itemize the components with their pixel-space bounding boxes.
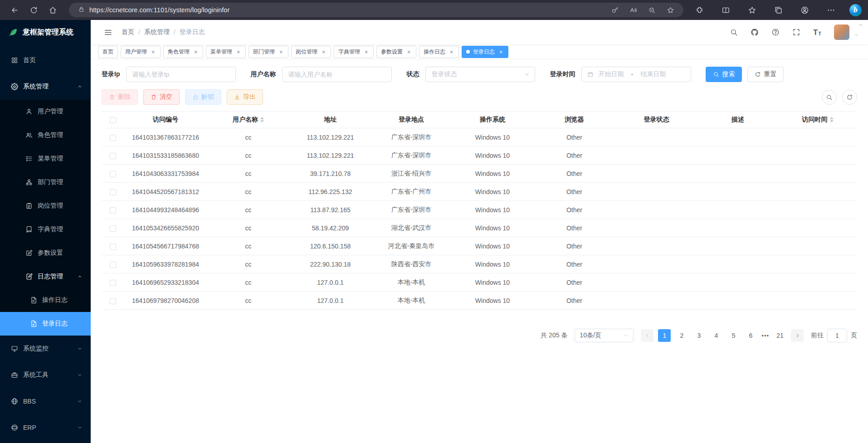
login-ip-input[interactable] <box>126 67 236 82</box>
tab-user-mgmt[interactable]: 用户管理× <box>121 46 161 58</box>
sidebar-item-operation-log[interactable]: 操作日志 <box>0 288 91 312</box>
row-checkbox[interactable] <box>110 207 116 214</box>
user-name-input[interactable] <box>282 67 392 82</box>
sort-icon[interactable] <box>830 117 834 122</box>
user-avatar[interactable] <box>834 24 849 40</box>
sidebar-item-log-mgmt[interactable]: 日志管理 <box>0 265 91 288</box>
fullscreen-button[interactable] <box>792 28 800 36</box>
sidebar-item-system-tools[interactable]: 系统工具 <box>0 362 91 388</box>
github-link-button[interactable] <box>751 28 759 36</box>
sidebar-item-menu-mgmt[interactable]: 菜单管理 <box>0 147 91 170</box>
browser-back-button[interactable] <box>6 2 23 18</box>
table-refresh-button[interactable] <box>842 90 857 105</box>
status-select[interactable]: 登录状态 <box>425 67 535 82</box>
breadcrumb-system-mgmt[interactable]: 系统管理 <box>144 28 170 36</box>
password-key-icon[interactable] <box>611 6 619 14</box>
tab-dept-mgmt[interactable]: 部门管理× <box>249 46 288 58</box>
sidebar-item-home[interactable]: 首页 <box>0 47 91 73</box>
browser-refresh-button[interactable] <box>25 2 42 18</box>
tab-close-icon[interactable]: × <box>150 49 156 55</box>
reset-button[interactable]: 重置 <box>747 67 784 82</box>
col-visit-time[interactable]: 访问时间 <box>778 112 857 128</box>
tab-close-icon[interactable]: × <box>363 49 369 55</box>
tab-close-icon[interactable]: × <box>498 49 504 55</box>
clear-button[interactable]: 清空 <box>143 89 180 105</box>
table-search-toggle-button[interactable] <box>822 90 837 105</box>
page-button-2[interactable]: 2 <box>675 329 688 342</box>
sidebar-item-user-mgmt[interactable]: 用户管理 <box>0 100 91 123</box>
breadcrumb-home[interactable]: 首页 <box>122 28 134 36</box>
more-pages-button[interactable]: ••• <box>761 332 769 339</box>
sidebar-item-system-mgmt[interactable]: 系统管理 <box>0 73 91 100</box>
tab-home[interactable]: 首页 <box>98 46 118 58</box>
search-button[interactable]: 搜索 <box>706 67 742 82</box>
tab-close-icon[interactable]: × <box>406 49 412 55</box>
favorites-button[interactable] <box>744 6 760 15</box>
row-checkbox[interactable] <box>110 135 116 141</box>
sidebar-item-dept-mgmt[interactable]: 部门管理 <box>0 170 91 194</box>
browser-menu-button[interactable] <box>823 6 839 15</box>
next-page-button[interactable] <box>791 329 804 342</box>
help-button[interactable] <box>771 28 780 36</box>
tab-close-icon[interactable]: × <box>449 49 454 55</box>
address-bar[interactable]: https://ccnetcore.com:1101/system/log/lo… <box>69 3 683 17</box>
sidebar-item-yi-framework[interactable]: Yi框架 <box>0 441 91 443</box>
collections-button[interactable] <box>770 6 786 15</box>
sidebar-item-param-settings[interactable]: 参数设置 <box>0 241 91 265</box>
prev-page-button[interactable] <box>641 329 653 342</box>
sidebar-item-erp[interactable]: ERP <box>0 414 91 441</box>
row-checkbox[interactable] <box>110 298 116 304</box>
zoom-out-icon[interactable] <box>648 6 656 14</box>
edge-sidebar-caret-icon[interactable] <box>858 22 863 29</box>
page-button-4[interactable]: 4 <box>710 329 722 342</box>
extensions-button[interactable] <box>692 6 707 15</box>
goto-page-input[interactable] <box>827 329 847 342</box>
row-checkbox[interactable] <box>110 243 116 250</box>
col-user-name[interactable]: 用户名称 <box>207 112 290 128</box>
row-checkbox[interactable] <box>110 171 116 177</box>
favorite-star-icon[interactable] <box>667 6 674 14</box>
tab-operation-log[interactable]: 操作日志× <box>419 46 459 58</box>
tab-dict-mgmt[interactable]: 字典管理× <box>334 46 374 58</box>
sidebar-collapse-button[interactable] <box>100 24 116 40</box>
sidebar-item-dict-mgmt[interactable]: 字典管理 <box>0 218 91 241</box>
tab-post-mgmt[interactable]: 岗位管理× <box>291 46 331 58</box>
tab-param-settings[interactable]: 参数设置× <box>376 46 416 58</box>
sidebar-item-login-log[interactable]: 登录日志 <box>0 312 91 336</box>
app-logo[interactable]: 意框架管理系统 <box>0 20 91 44</box>
read-aloud-icon[interactable] <box>629 6 637 14</box>
row-checkbox[interactable] <box>110 225 116 232</box>
page-button-6[interactable]: 6 <box>744 329 757 342</box>
page-button-3[interactable]: 3 <box>692 329 705 342</box>
page-button-1[interactable]: 1 <box>658 329 671 342</box>
tab-close-icon[interactable]: × <box>278 49 284 55</box>
split-screen-button[interactable] <box>718 6 733 15</box>
sidebar-item-bbs[interactable]: BBS <box>0 388 91 414</box>
bing-copilot-icon[interactable]: b <box>849 4 862 16</box>
date-range-picker[interactable]: 开始日期 - 结束日期 <box>581 67 691 82</box>
header-search-button[interactable] <box>730 28 738 36</box>
export-button[interactable]: 导出 <box>227 89 263 105</box>
tab-role-mgmt[interactable]: 角色管理× <box>163 46 203 58</box>
tab-login-log[interactable]: 登录日志× <box>462 46 508 58</box>
select-all-checkbox[interactable] <box>110 117 116 123</box>
row-checkbox[interactable] <box>110 262 116 268</box>
tab-close-icon[interactable]: × <box>193 49 199 55</box>
sidebar-item-role-mgmt[interactable]: 角色管理 <box>0 123 91 147</box>
tab-menu-mgmt[interactable]: 菜单管理× <box>206 46 246 58</box>
tab-close-icon[interactable]: × <box>235 49 241 55</box>
unlock-button[interactable]: 解锁 <box>185 89 221 105</box>
page-button-last[interactable]: 21 <box>774 329 786 342</box>
font-size-button[interactable]: TT <box>813 29 821 36</box>
tab-close-icon[interactable]: × <box>321 49 327 55</box>
browser-home-button[interactable] <box>44 2 61 18</box>
sidebar-item-post-mgmt[interactable]: 岗位管理 <box>0 194 91 218</box>
row-checkbox[interactable] <box>110 280 116 286</box>
browser-profile-button[interactable] <box>797 6 812 15</box>
delete-button[interactable]: 删除 <box>102 89 138 105</box>
sort-icon[interactable] <box>260 117 264 122</box>
page-button-5[interactable]: 5 <box>727 329 740 342</box>
row-checkbox[interactable] <box>110 153 116 159</box>
page-size-select[interactable]: 10条/页 <box>575 329 634 342</box>
row-checkbox[interactable] <box>110 189 116 195</box>
